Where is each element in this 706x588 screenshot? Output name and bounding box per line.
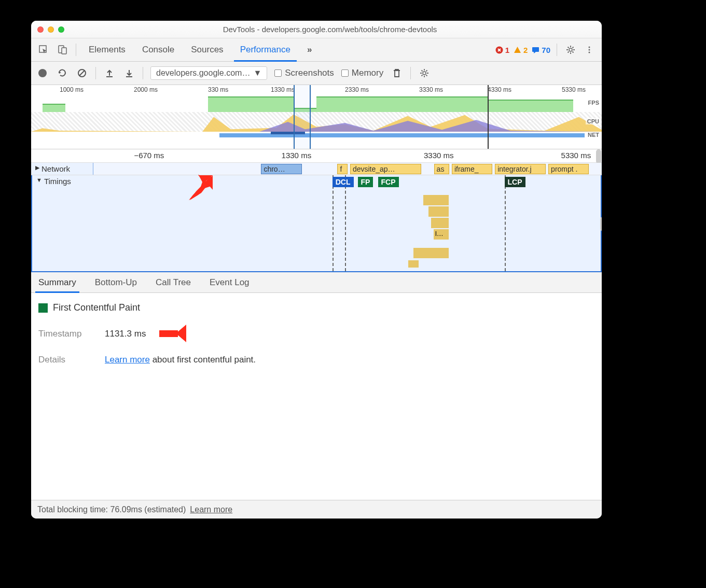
chevron-down-icon: ▼ <box>36 177 42 183</box>
network-request[interactable]: f <box>337 164 348 174</box>
devtools-window: DevTools - developers.google.com/web/too… <box>31 21 602 519</box>
svg-rect-2 <box>62 48 66 54</box>
message-count[interactable]: 70 <box>532 46 550 54</box>
timestamp-label: Timestamp <box>38 329 90 339</box>
fp-marker-line <box>345 175 346 271</box>
titlebar: DevTools - developers.google.com/web/too… <box>31 21 602 38</box>
warning-count[interactable]: 2 <box>514 46 528 54</box>
network-request[interactable]: as <box>434 164 449 174</box>
details-text: Learn more about first contentful paint. <box>105 355 256 365</box>
timing-badge-dcl[interactable]: DCL <box>333 177 354 187</box>
minimize-icon[interactable] <box>48 26 54 33</box>
ruler-tick: 3330 ms <box>424 151 454 160</box>
ruler-tick: 2000 ms <box>134 86 158 93</box>
summary-title: First Contentful Paint <box>38 302 594 313</box>
lcp-marker-line <box>505 175 506 271</box>
cpu-label: CPU <box>586 118 601 124</box>
svg-rect-4 <box>532 47 539 52</box>
record-button[interactable] <box>36 67 49 79</box>
timings-track-header[interactable]: ▼ Timings <box>32 175 94 271</box>
svg-point-5 <box>569 48 572 51</box>
error-count[interactable]: 1 <box>495 46 509 54</box>
btab-summary[interactable]: Summary <box>35 272 79 292</box>
gear-icon[interactable] <box>563 43 578 57</box>
ruler-tick: 330 ms <box>208 86 228 93</box>
dcl-marker-line <box>333 175 334 271</box>
annotation-arrow-icon <box>157 321 187 346</box>
gear-icon[interactable] <box>418 67 431 79</box>
tab-elements[interactable]: Elements <box>82 38 132 61</box>
network-request[interactable]: iframe_ <box>452 164 492 174</box>
network-request[interactable]: devsite_ap… <box>350 164 421 174</box>
fps-lane: FPS <box>31 94 602 112</box>
details-label: Details <box>38 355 90 365</box>
long-task-block[interactable] <box>413 248 449 258</box>
cpu-lane: CPU <box>31 112 602 132</box>
window-title: DevTools - developers.google.com/web/too… <box>64 25 596 34</box>
clear-icon[interactable] <box>76 67 88 79</box>
tabs-overflow[interactable]: » <box>301 38 318 61</box>
svg-point-6 <box>589 47 590 48</box>
annotation-arrow-icon <box>183 174 214 203</box>
download-icon[interactable] <box>123 67 135 79</box>
footer-bar: Total blocking time: 76.09ms (estimated)… <box>31 500 602 519</box>
reload-icon[interactable] <box>56 67 68 79</box>
maximize-icon[interactable] <box>58 26 64 33</box>
close-icon[interactable] <box>37 26 44 33</box>
recording-label: developers.google.com… <box>156 68 250 78</box>
timing-badge-fp[interactable]: FP <box>358 177 373 187</box>
inspect-icon[interactable] <box>36 43 51 57</box>
track-ruler: −670 ms1330 ms3330 ms5330 ms <box>31 149 602 163</box>
memory-checkbox[interactable]: Memory <box>341 68 383 78</box>
recording-dropdown[interactable]: developers.google.com… ▼ <box>150 66 267 80</box>
svg-rect-18 <box>159 330 178 337</box>
long-task-block[interactable] <box>423 195 449 205</box>
ruler-tick: 1000 ms <box>60 86 84 93</box>
ruler-tick: −670 ms <box>134 151 164 160</box>
btab-bottomup[interactable]: Bottom-Up <box>92 272 140 292</box>
upload-icon[interactable] <box>103 67 116 79</box>
svg-line-10 <box>79 71 85 76</box>
network-request[interactable]: chro… <box>261 164 301 174</box>
long-task-block[interactable] <box>408 260 419 268</box>
timing-badge-fcp[interactable]: FCP <box>378 177 399 187</box>
scrollbar-thumb[interactable] <box>600 217 602 231</box>
ruler-tick: 2330 ms <box>345 86 369 93</box>
fps-label: FPS <box>587 100 601 106</box>
main-tabbar: Elements Console Sources Performance » 1… <box>31 38 602 62</box>
network-track: ▶ Network chro…fdevsite_ap…asiframe_inte… <box>31 163 602 175</box>
svg-point-7 <box>589 49 590 51</box>
trash-icon[interactable] <box>391 67 403 79</box>
timings-track-body[interactable]: DCLFPFCPLCPl… <box>94 175 601 271</box>
chevron-down-icon: ▼ <box>253 68 261 78</box>
long-task-block[interactable] <box>431 218 449 228</box>
overview-selection[interactable] <box>294 85 311 149</box>
btab-eventlog[interactable]: Event Log <box>206 272 253 292</box>
timing-badge-lcp[interactable]: LCP <box>505 177 525 187</box>
network-track-header[interactable]: ▶ Network <box>31 163 93 175</box>
network-request[interactable]: prompt . <box>548 164 589 174</box>
tab-sources[interactable]: Sources <box>185 38 229 61</box>
network-request[interactable]: integrator.j <box>495 164 546 174</box>
screenshots-checkbox[interactable]: Screenshots <box>274 68 334 78</box>
tab-console[interactable]: Console <box>136 38 181 61</box>
perf-toolbar: developers.google.com… ▼ Screenshots Mem… <box>31 62 602 85</box>
ruler-tick: 3330 ms <box>419 86 443 93</box>
footer-learn-more-link[interactable]: Learn more <box>190 505 232 514</box>
scrollbar-thumb[interactable] <box>596 149 601 164</box>
ruler-tick: 1330 ms <box>271 86 295 93</box>
timings-track: ▼ Timings DCLFPFCPLCPl… <box>31 175 602 272</box>
tab-performance[interactable]: Performance <box>234 38 297 61</box>
overview-ruler: 1000 ms2000 ms330 ms1330 ms2330 ms3330 m… <box>31 85 602 94</box>
color-swatch-icon <box>38 303 48 313</box>
checkbox-icon <box>274 69 282 77</box>
long-task-block[interactable] <box>428 206 449 217</box>
long-task-block[interactable]: l… <box>434 229 449 240</box>
network-track-body[interactable]: chro…fdevsite_ap…asiframe_integrator.jpr… <box>93 163 602 175</box>
kebab-icon[interactable] <box>582 43 597 57</box>
overview-chart[interactable]: 1000 ms2000 ms330 ms1330 ms2330 ms3330 m… <box>31 85 602 149</box>
device-icon[interactable] <box>55 43 70 57</box>
learn-more-link[interactable]: Learn more <box>105 355 150 365</box>
btab-calltree[interactable]: Call Tree <box>153 272 194 292</box>
checkbox-icon <box>341 69 349 77</box>
